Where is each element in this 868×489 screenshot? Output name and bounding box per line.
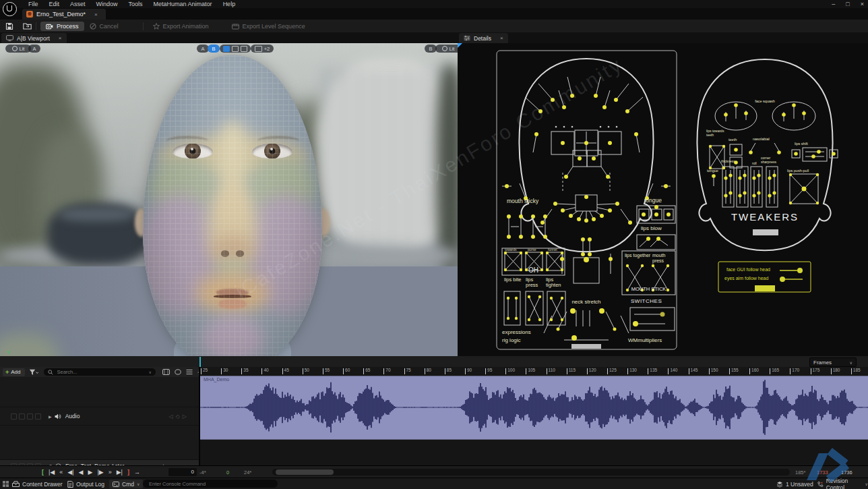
- export-level-sequence-button[interactable]: Export Level Sequence: [226, 22, 311, 31]
- jump-to-start-button[interactable]: |◀: [49, 469, 55, 476]
- maximize-button[interactable]: □: [846, 1, 849, 7]
- close-icon[interactable]: ×: [500, 35, 503, 41]
- view-a-badge-left[interactable]: A: [28, 45, 40, 53]
- jump-to-end-button[interactable]: ▶|: [117, 469, 123, 476]
- unsaved-indicator[interactable]: 1 Unsaved: [776, 480, 813, 488]
- play-button[interactable]: ▶: [88, 469, 92, 476]
- sequencer-timeline[interactable]: 2530354045505560657075808590951001051101…: [200, 367, 868, 465]
- keyframe-nav-icons[interactable]: ◁◇▷: [169, 413, 189, 420]
- plus-icon: +: [5, 369, 9, 376]
- lit-mode-button-right[interactable]: Lit: [435, 45, 458, 53]
- search-input[interactable]: [56, 368, 146, 376]
- track-label-audio: Audio: [65, 413, 80, 420]
- add-track-button[interactable]: + Add: [3, 368, 25, 376]
- scrollbar-thumb[interactable]: [276, 469, 334, 475]
- browse-to-asset-icon[interactable]: [23, 22, 32, 30]
- minimize-button[interactable]: –: [832, 1, 835, 7]
- menu-item-tools[interactable]: Tools: [123, 1, 148, 7]
- console-command-field[interactable]: [143, 480, 278, 488]
- export-animation-button[interactable]: Export Animation: [148, 22, 214, 31]
- step-forward-button[interactable]: |▶: [97, 469, 103, 476]
- expand-icon[interactable]: ▶: [49, 414, 52, 419]
- ruler-tick: [729, 368, 730, 374]
- label-lips-tighten: lips tighten: [546, 277, 567, 289]
- view-range-start[interactable]: -4*: [199, 469, 206, 476]
- ruler-tick: [770, 368, 770, 374]
- working-range-end[interactable]: 1736: [841, 469, 852, 476]
- cmd-dropdown[interactable]: Cmd ∨: [109, 480, 143, 488]
- previous-key-button[interactable]: «: [59, 469, 63, 476]
- ruler-tick: [811, 368, 811, 374]
- tab-details[interactable]: Details ×: [459, 33, 508, 43]
- play-reverse-button[interactable]: ◀: [79, 469, 84, 476]
- view-layout-buttons[interactable]: [220, 45, 251, 53]
- background-trees: [437, 63, 458, 272]
- console-input[interactable]: [148, 480, 273, 488]
- audio-waveform: [200, 376, 868, 440]
- timeline-scrollbar[interactable]: [272, 469, 790, 476]
- save-icon[interactable]: [5, 22, 13, 30]
- single-view-icon[interactable]: [223, 46, 230, 52]
- ruler-tick-label: 70: [385, 368, 390, 372]
- metahuman-asset-icon: [26, 11, 33, 18]
- goto-button[interactable]: →: [134, 469, 140, 476]
- ab-viewport[interactable]: Lit A A B +2 B Lit Y: [0, 43, 458, 356]
- range-end-bracket[interactable]: ]: [127, 469, 129, 476]
- lit-mode-button-left[interactable]: Lit: [5, 45, 31, 53]
- content-drawer-button[interactable]: Content Drawer: [12, 480, 63, 488]
- menu-item-edit[interactable]: Edit: [44, 1, 65, 7]
- menu-bar: FileEditAssetWindowToolsMetaHuman Animat…: [0, 0, 868, 8]
- cancel-icon: [90, 23, 96, 30]
- time-ruler[interactable]: 2530354045505560657075808590951001051101…: [200, 367, 868, 376]
- menu-item-asset[interactable]: Asset: [65, 1, 91, 7]
- label-oh-towards: towards: [505, 248, 517, 252]
- transport-controls: [|◀«◀|◀▶|▶»▶|]→: [42, 466, 140, 478]
- ruler-tick-label: 30: [223, 368, 228, 372]
- frames-dropdown[interactable]: Frames ∨: [809, 357, 857, 367]
- menu-item-help[interactable]: Help: [218, 1, 241, 7]
- output-log-button[interactable]: Output Log: [67, 480, 104, 488]
- menu-item-file[interactable]: File: [23, 1, 44, 7]
- split-horizontal-icon[interactable]: [232, 46, 239, 52]
- playhead-marker[interactable]: [199, 357, 201, 367]
- playback-start[interactable]: 0: [226, 469, 229, 476]
- step-back-button[interactable]: ◀|: [67, 469, 73, 476]
- render-movie-icon[interactable]: [162, 369, 170, 375]
- frame-rate[interactable]: 24*: [244, 469, 251, 476]
- asset-tab-erno-test-demo[interactable]: Erno_Test_Demo* ×: [22, 9, 106, 20]
- revision-control-button[interactable]: Revision Control ∨: [817, 480, 868, 488]
- menu-item-metahuman-animator[interactable]: MetaHuman Animator: [148, 1, 218, 7]
- list-view-icon[interactable]: [186, 369, 193, 375]
- branch-icon: [817, 481, 824, 488]
- layout-grid-icon[interactable]: [3, 480, 9, 488]
- tab-ab-viewport[interactable]: A|B Viewport ×: [1, 33, 67, 43]
- playback-end[interactable]: 1733: [817, 469, 828, 476]
- close-icon[interactable]: ×: [94, 11, 98, 18]
- ruler-tick-label: 165: [772, 368, 779, 372]
- asset-tab-label: Erno_Test_Demo*: [36, 11, 86, 18]
- audio-clip[interactable]: MHA_Demo: [200, 376, 868, 440]
- label-mouth-press: mouth press: [652, 253, 674, 263]
- range-start-bracket[interactable]: [: [42, 469, 44, 476]
- close-icon[interactable]: ×: [59, 35, 62, 41]
- cancel-button[interactable]: Cancel: [84, 22, 124, 31]
- compare-b-button[interactable]: B: [208, 45, 220, 53]
- current-frame-field[interactable]: 0: [168, 468, 197, 476]
- camera-icon[interactable]: [175, 369, 181, 375]
- ruler-tick-label: 55: [325, 368, 330, 372]
- ruler-tick: [383, 368, 384, 374]
- ruler-tick: [831, 368, 832, 374]
- view-range-end[interactable]: 185*: [795, 469, 805, 476]
- track-row-audio[interactable]: ▶ Audio ◁◇▷: [0, 407, 199, 426]
- sequencer-search[interactable]: ∨: [44, 368, 156, 376]
- close-button[interactable]: ×: [861, 1, 864, 7]
- ruler-tick: [607, 368, 608, 374]
- filter-icon[interactable]: [29, 369, 38, 376]
- split-vertical-icon[interactable]: [241, 46, 247, 52]
- menu-item-window[interactable]: Window: [91, 1, 123, 7]
- label-lips-blow: lips blow: [641, 226, 662, 232]
- next-key-button[interactable]: »: [108, 469, 112, 476]
- process-button[interactable]: Process: [40, 22, 84, 31]
- ruler-tick: [241, 368, 242, 374]
- multi-view-button[interactable]: +2: [251, 45, 274, 53]
